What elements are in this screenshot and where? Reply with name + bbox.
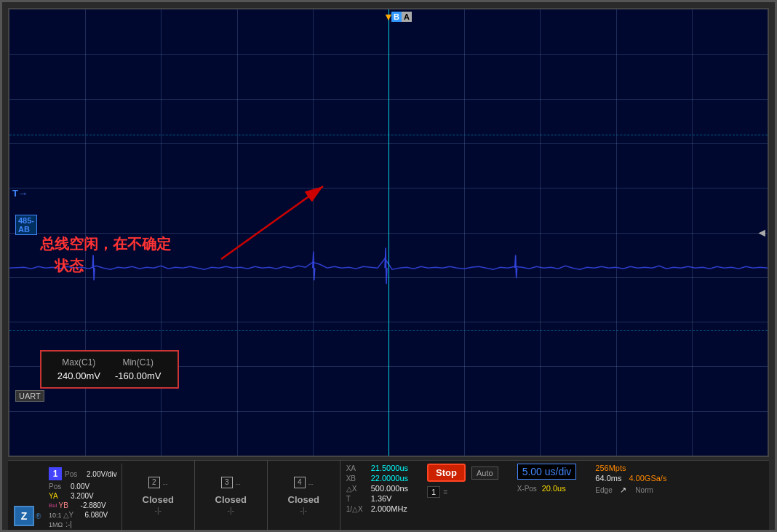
norm-label: Norm xyxy=(635,486,656,494)
logo-area: Z ® xyxy=(14,506,41,526)
trigger-eq: = xyxy=(443,488,447,496)
ch1-yb-val: -2.880V xyxy=(81,501,106,509)
freq-label: 1/△X xyxy=(346,505,367,513)
ch1-vdiv-val: 2.00V/div xyxy=(87,470,117,478)
ch1-dy-val: 6.080V xyxy=(85,511,108,519)
ba-marker: BA xyxy=(391,12,412,21)
edge-label: Edge xyxy=(595,486,615,494)
ch2-closed: Closed xyxy=(143,494,174,505)
t-cursor-value: 1.36V xyxy=(371,494,392,503)
oscilloscope-frame: ▼ BA T→ 1⊕ 485-AB UART 总线空闲，在不确定 状态 xyxy=(0,0,777,532)
ch1-vdiv-label: Pos xyxy=(65,470,87,478)
xpos-label: X-Pos xyxy=(517,485,538,493)
timebase-group: 5.00 us/div X-Pos 20.0us xyxy=(517,464,577,493)
edge-dir: ↗ xyxy=(620,485,626,495)
ch1-ya-val: 3.200V xyxy=(71,492,94,500)
t-arrow-marker: T→ xyxy=(12,188,28,199)
t-cursor-label: T xyxy=(346,495,367,503)
stop-button[interactable]: Stop xyxy=(427,464,466,482)
bul-label: Bul xyxy=(49,502,57,509)
marker-b: B xyxy=(391,12,402,22)
ch1-extra: :-| xyxy=(65,520,72,528)
ch3-num: 3 xyxy=(221,477,233,488)
cursor-group: XA 21.5000us XB 22.0000us △X 500.000ns T… xyxy=(346,464,408,513)
xa-label: XA xyxy=(346,464,367,472)
ch3-block: 3 -- Closed -|- xyxy=(195,461,268,530)
ch3-closed: Closed xyxy=(215,494,247,505)
ch1-probe: 10:1 xyxy=(49,512,62,519)
ch4-block: 4 -- Closed -|- xyxy=(268,461,340,530)
ch4-dashes: -- xyxy=(308,480,314,488)
ch1-imp: 1MΩ xyxy=(49,521,63,528)
meas-min-value: -160.00mV xyxy=(108,369,169,383)
cursor-v[interactable] xyxy=(388,9,389,456)
ch1-block: 1 Pos 2.00V/div Pos 0.00V YA 3.200V Bul … xyxy=(44,464,122,530)
ch2-dashes: -- xyxy=(163,480,168,488)
trigger-group: Stop Auto 1 = xyxy=(427,464,498,498)
ch1-num-badge: 1 xyxy=(49,467,62,480)
ch1-label: 485-AB xyxy=(15,215,37,235)
memory-size: 256Mpts xyxy=(595,464,626,472)
sample-rate: 4.00GSa/s xyxy=(629,474,666,483)
meas-min-label: Min(C1) xyxy=(108,356,169,369)
freq-value: 2.000MHz xyxy=(371,504,407,513)
ch1-trigger-badge: 1 xyxy=(427,486,440,498)
ch2-bottom: -|- xyxy=(155,507,162,515)
measurement-box: Max(C1) Min(C1) 240.00mV -160.00mV xyxy=(40,350,179,389)
dx-value: 500.000ns xyxy=(371,484,408,493)
timebase-div: 5.00 us/div xyxy=(517,464,577,480)
ch4-closed: Closed xyxy=(288,494,319,505)
annotation-text: 总线空闲，在不确定 状态 xyxy=(40,233,171,277)
meas-max-label: Max(C1) xyxy=(50,356,108,369)
marker-a: A xyxy=(402,12,412,22)
trigger-time: 64.0ms xyxy=(595,474,621,483)
scope-screen: ▼ BA T→ 1⊕ 485-AB UART 总线空闲，在不确定 状态 xyxy=(8,8,769,457)
ch2-num: 2 xyxy=(148,477,160,488)
ch1-dy-label: △Y xyxy=(63,511,85,519)
ch2-block: 2 -- Closed -|- xyxy=(122,461,195,530)
annotation-arrow xyxy=(199,179,345,274)
svg-line-1 xyxy=(221,186,323,259)
xb-label: XB xyxy=(346,475,367,483)
dx-label: △X xyxy=(346,485,367,493)
logo-icon: Z xyxy=(14,506,34,526)
memory-group: 256Mpts 64.0ms 4.00GSa/s Edge ↗ Norm xyxy=(595,464,666,495)
right-panel: XA 21.5000us XB 22.0000us △X 500.000ns T… xyxy=(340,461,769,530)
right-arrow[interactable]: ◄ xyxy=(756,226,768,239)
meas-max-value: 240.00mV xyxy=(50,369,108,383)
ch1-info: 1⊕ 485-AB xyxy=(15,219,28,230)
ch1-pos-label: Pos xyxy=(49,483,71,491)
ch4-num: 4 xyxy=(294,477,306,488)
xpos-value: 20.0us xyxy=(542,484,566,493)
trigger-mode[interactable]: Auto xyxy=(471,467,498,480)
ch1-yb-label: YB xyxy=(59,501,81,509)
ch1-pos-val: 0.00V xyxy=(71,483,89,491)
uart-label: UART xyxy=(15,390,44,402)
logo-reg: ® xyxy=(36,512,41,520)
xb-value: 22.0000us xyxy=(371,474,408,483)
ch3-dashes: -- xyxy=(236,480,241,488)
ch4-bottom: -|- xyxy=(300,507,307,515)
xa-value: 21.5000us xyxy=(371,464,408,472)
ch3-bottom: -|- xyxy=(228,507,234,515)
status-bar: Z ® 1 Pos 2.00V/div Pos 0.00V YA 3.200V … xyxy=(8,460,769,530)
ch1-ya-label: YA xyxy=(49,492,71,500)
